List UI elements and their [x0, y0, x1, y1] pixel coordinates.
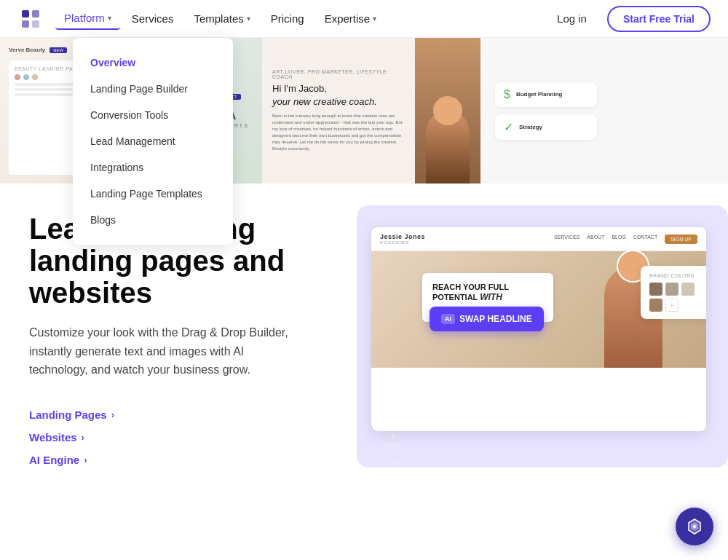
nav-left: Platform ▾ Services Templates ▾ Pricing … [17, 6, 385, 32]
logo[interactable] [17, 6, 44, 32]
dropdown-item-blogs[interactable]: Blogs [73, 207, 233, 233]
site-nav-bar: Jessie Jones COACHING SERVICES ABOUT BLO… [371, 227, 706, 251]
swatch-2[interactable] [665, 283, 678, 296]
cta-landing-pages[interactable]: Landing Pages › [29, 409, 335, 421]
dropdown-item-overview[interactable]: Overview [73, 50, 233, 76]
dropdown-item-lead-management[interactable]: Lead Management [73, 128, 233, 154]
chevron-down-icon: ▾ [108, 14, 111, 22]
check-icon: ✓ [504, 120, 513, 134]
svg-rect-1 [32, 10, 39, 17]
swap-headline-label: SWAP HEADLINE [459, 314, 532, 324]
brand-colors-title: BRAND COLORS [649, 273, 705, 278]
swatch-add[interactable]: + [665, 299, 678, 312]
left-content: Lead-generating landing pages and websit… [29, 213, 335, 466]
sidebar-tool-more[interactable]: ⋯ More [377, 454, 409, 479]
site-nav-items: SERVICES ABOUT BLOG CONTACT SIGN UP [554, 234, 697, 244]
nav-item-services[interactable]: Services [123, 8, 183, 29]
fab-icon [686, 518, 703, 535]
swatch-4[interactable] [649, 299, 662, 312]
quickadd-icon: + [390, 431, 395, 441]
start-trial-button[interactable]: Start Free Trial [607, 6, 711, 32]
nav-item-expertise[interactable]: Expertise ▾ [316, 8, 386, 29]
more-icon: ⋯ [389, 459, 397, 469]
dropdown-item-landing-page-templates[interactable]: Landing Page Templates [73, 181, 233, 207]
right-content: T Text 🖼 Image ▦ Layout ⬜ Button ☰ Fo [364, 205, 699, 438]
chevron-down-icon: ▾ [373, 15, 376, 23]
dropdown-item-landing-page-builder[interactable]: Landing Page Builder [73, 76, 233, 102]
site-nav-cta: SIGN UP [665, 234, 697, 244]
platform-dropdown: Overview Landing Page Builder Conversion… [73, 38, 233, 245]
cta-ai-engine[interactable]: AI Engine › [29, 454, 335, 466]
site-nav-contact: CONTACT [633, 234, 657, 244]
headline-line1: REACH YOUR FULL [432, 282, 543, 292]
nav-item-pricing[interactable]: Pricing [262, 8, 313, 29]
svg-point-4 [693, 525, 696, 528]
site-name: Jessie Jones COACHING [380, 233, 425, 245]
svg-rect-0 [22, 10, 29, 17]
arrow-right-icon: › [84, 454, 87, 465]
coach-body: Been in the industry long enough to know… [272, 113, 405, 152]
arrow-right-icon: › [111, 409, 114, 420]
color-swatches: + [649, 283, 705, 312]
hero-card-coach: ART LOVER, PRO MARKETER, LIFESTYLE COACH… [262, 38, 480, 184]
site-hero: REACH YOUR FULL POTENTIAL with CAREER CO… [371, 251, 706, 368]
budget-strategy-label: Strategy [519, 124, 542, 130]
nav-item-platform[interactable]: Platform ▾ [55, 7, 120, 30]
site-nav-services: SERVICES [554, 234, 579, 244]
ai-chip: AI [441, 314, 455, 324]
nav-item-templates[interactable]: Templates ▾ [185, 8, 258, 29]
fab-button[interactable] [676, 508, 713, 545]
brand-colors-panel: BRAND COLORS + [641, 266, 706, 319]
beauty-label: Verve Beauty [9, 47, 45, 53]
swatch-3[interactable] [681, 283, 695, 296]
swatch-1[interactable] [649, 283, 662, 296]
headline-line2: POTENTIAL with [432, 292, 543, 304]
budget-planning-label: Budget Planning [516, 91, 563, 98]
cta-websites[interactable]: Websites › [29, 431, 335, 443]
navbar: Platform ▾ Services Templates ▾ Pricing … [0, 0, 728, 38]
budget-item-strategy: ✓ Strategy [495, 114, 597, 140]
chevron-down-icon: ▾ [247, 15, 250, 23]
cta-links: Landing Pages › Websites › AI Engine › [29, 409, 335, 466]
login-button[interactable]: Log in [548, 8, 596, 29]
builder-preview: T Text 🖼 Image ▦ Layout ⬜ Button ☰ Fo [371, 227, 706, 431]
coach-title: Hi I'm Jacob,your new creative coach. [272, 82, 405, 109]
svg-rect-3 [32, 20, 39, 28]
site-nav-about: ABOUT [587, 234, 604, 244]
beauty-tag: NEW [50, 47, 67, 53]
coach-label: ART LOVER, PRO MARKETER, LIFESTYLE COACH [272, 69, 405, 79]
site-preview: Jessie Jones COACHING SERVICES ABOUT BLO… [371, 227, 706, 431]
arrow-right-icon: › [82, 432, 84, 443]
swap-headline-badge[interactable]: AI SWAP HEADLINE [430, 307, 544, 331]
site-nav-blog: BLOG [612, 234, 625, 244]
svg-rect-2 [22, 20, 29, 28]
coach-text: ART LOVER, PRO MARKETER, LIFESTYLE COACH… [262, 38, 415, 184]
hero-subtext: Customize your look with the Drag & Drop… [29, 323, 306, 379]
coach-photo [415, 38, 480, 184]
nav-links: Platform ▾ Services Templates ▾ Pricing … [55, 7, 385, 30]
budget-item-planning: $ Budget Planning [495, 82, 597, 107]
dropdown-item-integrations[interactable]: Integrations [73, 154, 233, 181]
hero-card-budget: $ Budget Planning ✓ Strategy [480, 38, 728, 184]
nav-right: Log in Start Free Trial [548, 6, 711, 32]
dollar-icon: $ [504, 88, 510, 101]
dropdown-item-conversion-tools[interactable]: Conversion Tools [73, 102, 233, 128]
